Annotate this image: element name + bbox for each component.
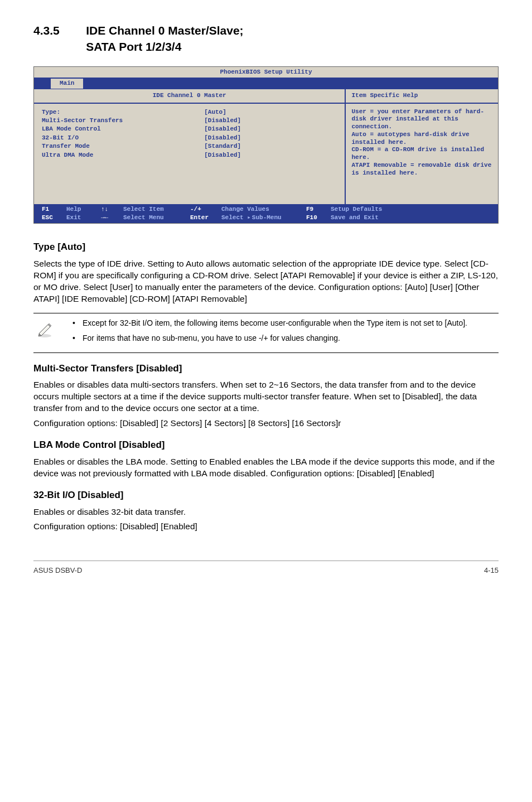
type-body: Selects the type of IDE drive. Setting t… [33, 258, 499, 305]
label-exit: Exit [66, 214, 101, 222]
key-f10: F10 [306, 214, 331, 222]
type-heading: Type [Auto] [33, 240, 499, 254]
label-change-values: Change Values [221, 205, 306, 214]
multisector-body-1: Enables or disables data multi-sectors t… [33, 379, 499, 414]
section-number: 4.3.5 [33, 22, 84, 38]
title-line-2: SATA Port 1/2/3/4 [86, 40, 181, 53]
bios-label: LBA Mode Control [42, 125, 204, 133]
bit32-body-1: Enables or disables 32-bit data transfer… [33, 506, 499, 518]
lba-heading: LBA Mode Control [Disabled] [33, 438, 499, 452]
page-footer: ASUS DSBV-D 4-15 [33, 561, 499, 576]
label-help: Help [66, 205, 101, 214]
bios-value: [Standard] [204, 142, 337, 151]
label-select-item: Select Item [123, 205, 190, 214]
label-setup-defaults: Setup Defaults [331, 205, 382, 214]
bios-settings-list: Type: [Auto] Multi-Sector Transfers [Dis… [34, 104, 345, 204]
key-plusminus: -/+ [190, 205, 221, 214]
bios-row-lba[interactable]: LBA Mode Control [Disabled] [42, 125, 337, 133]
bios-row-transfer[interactable]: Transfer Mode [Standard] [42, 142, 337, 151]
label-select-submenu: Select ▸Sub-Menu [221, 214, 306, 222]
section-title: IDE Channel 0 Master/Slave; SATA Port 1/… [86, 22, 243, 55]
bios-value: [Disabled] [204, 125, 337, 133]
lba-body: Enables or disables the LBA mode. Settin… [33, 456, 499, 480]
note-text: Except for 32-Bit I/O item, the followin… [67, 318, 467, 348]
bios-left-header: IDE Channel 0 Master [34, 89, 345, 103]
bios-label: Transfer Mode [42, 142, 204, 151]
bios-row-32bit[interactable]: 32-Bit I/O [Disabled] [42, 134, 337, 142]
note-item-1: Except for 32-Bit I/O item, the followin… [67, 318, 467, 328]
bios-row-udma[interactable]: Ultra DMA Mode [Disabled] [42, 151, 337, 160]
bios-row-type[interactable]: Type: [Auto] [42, 108, 337, 117]
bios-tab-main[interactable]: Main [51, 79, 83, 88]
multisector-heading: Multi-Sector Transfers [Disabled] [33, 362, 499, 375]
bios-value: [Auto] [204, 108, 337, 117]
bios-utility-title: PhoenixBIOS Setup Utility [34, 67, 498, 78]
bios-help-header: Item Specific Help [346, 89, 498, 103]
title-line-1: IDE Channel 0 Master/Slave; [86, 24, 243, 37]
bios-body: IDE Channel 0 Master Type: [Auto] Multi-… [34, 89, 498, 204]
note-pencil-icon [33, 318, 56, 348]
bios-screenshot: PhoenixBIOS Setup Utility Main IDE Chann… [33, 66, 499, 224]
bios-label: Type: [42, 108, 204, 117]
bios-label: Ultra DMA Mode [42, 151, 204, 160]
bit32-heading: 32-Bit I/O [Disabled] [33, 489, 499, 502]
bios-value: [Disabled] [204, 117, 337, 125]
leftright-icon: →← [101, 214, 123, 222]
key-enter: Enter [190, 214, 221, 222]
bios-help-text: User = you enter Parameters of hard-disk… [346, 104, 498, 200]
footer-right: 4-15 [484, 566, 499, 576]
multisector-body-2: Configuration options: [Disabled] [2 Sec… [33, 418, 499, 429]
bios-label: Multi-Sector Transfers [42, 117, 204, 125]
bit32-body-2: Configuration options: [Disabled] [Enabl… [33, 521, 499, 533]
bios-row-multisector[interactable]: Multi-Sector Transfers [Disabled] [42, 117, 337, 125]
key-f9: F9 [306, 205, 331, 214]
updown-icon: ↑↓ [101, 205, 123, 214]
bios-value: [Disabled] [204, 151, 337, 160]
bios-label: 32-Bit I/O [42, 134, 204, 142]
note-box: Except for 32-Bit I/O item, the followin… [33, 313, 499, 353]
key-f1: F1 [42, 205, 66, 214]
bios-tab-bar: Main [34, 78, 498, 89]
triangle-icon: ▸ [247, 214, 251, 221]
bios-footer: F1 Help ↑↓ Select Item -/+ Change Values… [34, 204, 498, 224]
section-heading: 4.3.5 IDE Channel 0 Master/Slave; SATA P… [33, 22, 499, 55]
label-select-menu: Select Menu [123, 214, 190, 222]
note-item-2: For items that have no sub-menu, you hav… [67, 333, 467, 344]
bios-help-pane: Item Specific Help User = you enter Para… [345, 89, 498, 204]
bios-left-pane: IDE Channel 0 Master Type: [Auto] Multi-… [34, 89, 345, 204]
label-save-exit: Save and Exit [331, 214, 379, 222]
bios-value: [Disabled] [204, 134, 337, 142]
footer-left: ASUS DSBV-D [33, 566, 82, 576]
key-esc: ESC [42, 214, 66, 222]
